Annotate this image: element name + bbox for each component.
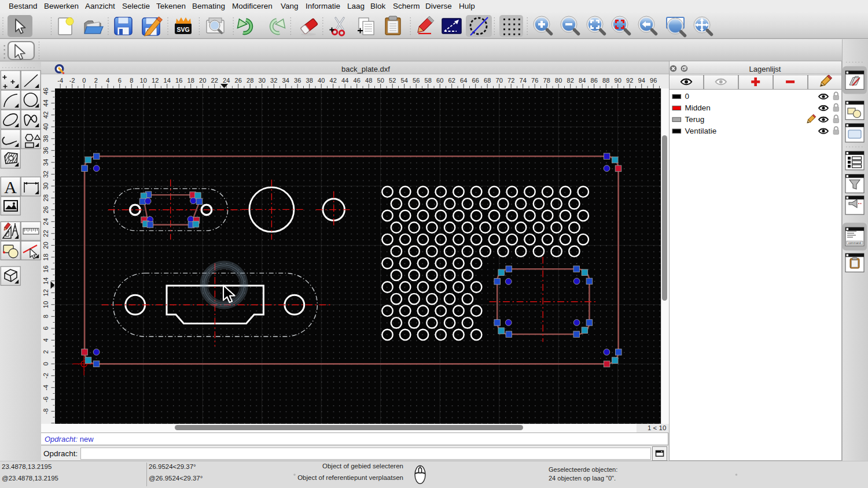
svg-text:50: 50 bbox=[377, 77, 384, 84]
svg-text:80: 80 bbox=[555, 77, 562, 84]
svg-text:42: 42 bbox=[330, 77, 337, 84]
svg-text:82: 82 bbox=[567, 77, 574, 84]
svg-text:12: 12 bbox=[42, 289, 49, 296]
svg-text:18: 18 bbox=[187, 77, 194, 84]
svg-text:92: 92 bbox=[626, 77, 633, 84]
svg-text:0: 0 bbox=[82, 77, 86, 84]
svg-text:40: 40 bbox=[42, 123, 49, 130]
svg-text:38: 38 bbox=[306, 77, 313, 84]
svg-text:94: 94 bbox=[638, 77, 645, 84]
svg-text:14: 14 bbox=[42, 278, 49, 284]
svg-text:8: 8 bbox=[42, 315, 49, 318]
svg-text:20: 20 bbox=[42, 242, 49, 249]
svg-text:10: 10 bbox=[42, 301, 49, 308]
svg-text:90: 90 bbox=[615, 77, 621, 84]
svg-text:44: 44 bbox=[341, 77, 348, 84]
svg-text:88: 88 bbox=[602, 77, 609, 84]
svg-text:54: 54 bbox=[401, 77, 408, 84]
svg-text:64: 64 bbox=[460, 77, 467, 84]
svg-text:96: 96 bbox=[650, 77, 657, 84]
svg-text:22: 22 bbox=[211, 77, 218, 84]
svg-text:58: 58 bbox=[425, 77, 432, 84]
svg-text:62: 62 bbox=[448, 77, 455, 84]
svg-text:46: 46 bbox=[42, 88, 49, 95]
svg-text:44: 44 bbox=[42, 99, 49, 106]
svg-text:30: 30 bbox=[42, 183, 49, 190]
svg-text:6: 6 bbox=[118, 77, 122, 84]
svg-text:4: 4 bbox=[42, 338, 49, 342]
svg-text:42: 42 bbox=[42, 112, 49, 119]
svg-text:SVG: SVG bbox=[176, 26, 189, 33]
svg-text:-4: -4 bbox=[42, 385, 49, 390]
svg-text:38: 38 bbox=[42, 135, 49, 142]
svg-text:0: 0 bbox=[42, 362, 49, 365]
svg-text:8: 8 bbox=[130, 77, 133, 84]
svg-text:60: 60 bbox=[436, 77, 443, 84]
svg-text:34: 34 bbox=[282, 77, 289, 84]
svg-text:4: 4 bbox=[106, 77, 109, 84]
svg-text:46: 46 bbox=[354, 77, 361, 84]
svg-text:2: 2 bbox=[42, 350, 49, 354]
svg-text:34: 34 bbox=[42, 159, 49, 166]
svg-text:22: 22 bbox=[42, 230, 49, 237]
svg-text:36: 36 bbox=[42, 147, 49, 154]
svg-text:-6: -6 bbox=[42, 397, 49, 402]
svg-text:48: 48 bbox=[365, 77, 372, 84]
svg-text:84: 84 bbox=[579, 77, 586, 84]
svg-text:24: 24 bbox=[223, 77, 230, 84]
svg-text:26: 26 bbox=[42, 206, 49, 213]
svg-text:26: 26 bbox=[235, 77, 242, 84]
svg-text:56: 56 bbox=[413, 77, 420, 84]
svg-text:20: 20 bbox=[199, 77, 206, 84]
svg-text:36: 36 bbox=[294, 77, 301, 84]
svg-text:74: 74 bbox=[520, 77, 527, 84]
svg-text:78: 78 bbox=[543, 77, 550, 84]
svg-text:28: 28 bbox=[42, 194, 49, 201]
svg-text:16: 16 bbox=[42, 265, 49, 272]
svg-text:72: 72 bbox=[507, 77, 514, 84]
svg-text:24: 24 bbox=[42, 218, 49, 225]
svg-text:6: 6 bbox=[42, 327, 49, 330]
svg-text:-2: -2 bbox=[42, 373, 49, 379]
svg-text:30: 30 bbox=[259, 77, 266, 84]
svg-text:18: 18 bbox=[42, 254, 49, 261]
svg-text:command: command bbox=[848, 241, 861, 245]
svg-text:70: 70 bbox=[496, 77, 503, 84]
svg-text:76: 76 bbox=[531, 77, 538, 84]
svg-text:A: A bbox=[4, 178, 17, 197]
svg-text:66: 66 bbox=[472, 77, 479, 84]
svg-text:-2: -2 bbox=[69, 77, 75, 84]
svg-text:40: 40 bbox=[318, 77, 325, 84]
svg-text:10: 10 bbox=[140, 77, 147, 84]
svg-text:2: 2 bbox=[94, 77, 98, 84]
svg-text:14: 14 bbox=[164, 77, 171, 84]
svg-text:32: 32 bbox=[270, 77, 277, 84]
svg-text:-4: -4 bbox=[57, 77, 63, 84]
svg-text:-8: -8 bbox=[42, 408, 49, 414]
svg-text:52: 52 bbox=[389, 77, 396, 84]
svg-text:28: 28 bbox=[247, 77, 253, 84]
svg-text:68: 68 bbox=[484, 77, 491, 84]
svg-text:16: 16 bbox=[175, 77, 182, 84]
svg-text:32: 32 bbox=[42, 171, 49, 178]
svg-text:86: 86 bbox=[591, 77, 598, 84]
svg-text:12: 12 bbox=[152, 77, 159, 84]
